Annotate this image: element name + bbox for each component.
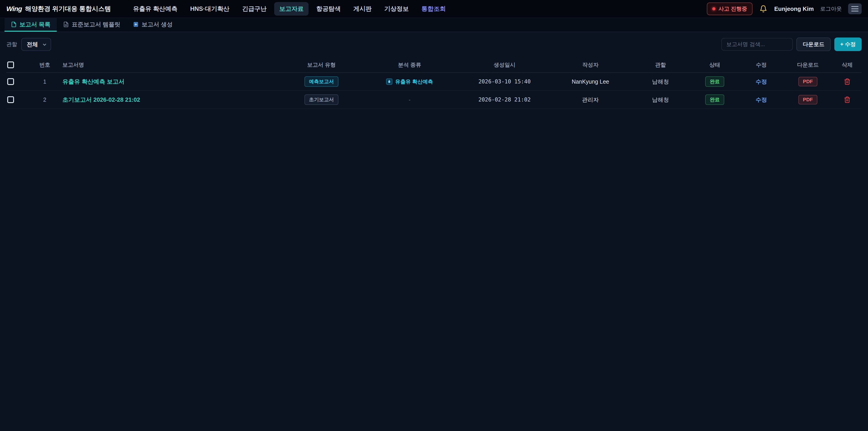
- delete-trash-icon[interactable]: [844, 96, 850, 103]
- pdf-download-button[interactable]: PDF: [798, 95, 817, 104]
- pdf-download-button[interactable]: PDF: [798, 77, 817, 86]
- incident-badge-label: 사고 진행중: [719, 5, 747, 12]
- row-number: 2: [43, 96, 46, 103]
- nav-item-integrated-search[interactable]: 통합조회: [416, 2, 451, 16]
- table-header-row: 번호 보고서명 보고서 유형 분석 종류 생성일시 작성자 관할 상태 수정 다…: [6, 57, 862, 73]
- created-datetime: 2026-03-10 15:40: [478, 79, 530, 85]
- nav-item-reports[interactable]: 보고자료: [274, 2, 309, 16]
- header-analysis: 분석 종류: [360, 61, 459, 68]
- filter-bar: 관할 전체 다운로드 + 수정: [0, 32, 868, 56]
- create-document-icon: [133, 22, 139, 27]
- analysis-type-empty: -: [409, 96, 410, 103]
- jurisdiction-select[interactable]: 전체: [21, 38, 51, 51]
- nav-item-aerial-search[interactable]: 항공탐색: [311, 2, 346, 16]
- delete-trash-icon[interactable]: [844, 78, 850, 85]
- main-nav: 유출유 확산예측 HNS·대기확산 긴급구난 보고자료 항공탐색 게시판 기상정…: [128, 2, 451, 16]
- table-row: 2 초기보고서 2026-02-28 21:02 초기보고서 - 2026-02…: [6, 91, 862, 109]
- topbar-right-cluster: 사고 진행중 Eunjeong Kim 로그아웃: [707, 2, 862, 15]
- report-type-badge: 예측보고서: [305, 76, 338, 87]
- header-name: 보고서명: [60, 61, 283, 68]
- analysis-type-label: 유출유 확산예측: [395, 78, 433, 85]
- header-no: 번호: [30, 61, 60, 68]
- jurisdiction-value: 남해청: [652, 78, 669, 86]
- report-name-link[interactable]: 유출유 확산예측 보고서: [62, 78, 124, 86]
- report-name-link[interactable]: 초기보고서 2026-02-28 21:02: [62, 96, 140, 104]
- header-jurisdiction: 관할: [631, 61, 690, 68]
- edit-link[interactable]: 수정: [756, 78, 767, 86]
- nav-item-oil-spill[interactable]: 유출유 확산예측: [128, 2, 183, 16]
- notification-bell-icon[interactable]: [759, 4, 768, 13]
- incident-status-badge[interactable]: 사고 진행중: [707, 2, 753, 15]
- header-created: 생성일시: [459, 61, 550, 68]
- jurisdiction-selected-value: 전체: [27, 41, 38, 48]
- analysis-type[interactable]: 유출유 확산예측: [386, 78, 433, 85]
- tab-report-list[interactable]: 보고서 목록: [4, 18, 57, 32]
- row-number: 1: [43, 79, 46, 85]
- author-name: NanKyung Lee: [572, 79, 609, 85]
- status-badge: 완료: [705, 76, 724, 87]
- tab-create-report[interactable]: 보고서 생성: [127, 18, 179, 32]
- report-search-input[interactable]: [721, 38, 793, 51]
- author-name: 관리자: [582, 96, 599, 103]
- header-edit: 수정: [740, 61, 783, 68]
- report-type-badge: 초기보고서: [305, 94, 338, 105]
- top-bar: Wing 해양환경 위기대응 통합시스템 유출유 확산예측 HNS·대기확산 긴…: [0, 0, 868, 18]
- jurisdiction-value: 남해청: [652, 96, 669, 103]
- created-datetime: 2026-02-28 21:02: [478, 96, 530, 103]
- row-checkbox[interactable]: [7, 78, 14, 85]
- template-document-icon: [63, 22, 69, 27]
- brand-text: Wing: [6, 5, 22, 13]
- status-badge: 완료: [705, 94, 724, 105]
- incident-dot-icon: [712, 7, 715, 10]
- nav-item-weather[interactable]: 기상정보: [379, 2, 414, 16]
- oil-spill-analysis-icon: [386, 79, 393, 85]
- chevron-down-icon: [42, 42, 47, 47]
- header-status: 상태: [690, 61, 740, 68]
- header-author: 작성자: [550, 61, 631, 68]
- app-logo[interactable]: Wing 해양환경 위기대응 통합시스템: [6, 4, 111, 13]
- row-checkbox[interactable]: [7, 96, 14, 103]
- header-delete: 삭제: [833, 61, 862, 68]
- filter-right-cluster: 다운로드 + 수정: [721, 37, 862, 51]
- select-all-checkbox[interactable]: [7, 61, 14, 68]
- app-title: 해양환경 위기대응 통합시스템: [25, 4, 111, 13]
- header-type: 보고서 유형: [283, 61, 360, 68]
- report-table: 번호 보고서명 보고서 유형 분석 종류 생성일시 작성자 관할 상태 수정 다…: [0, 56, 868, 109]
- jurisdiction-filter-label: 관할: [6, 41, 17, 48]
- nav-item-hns[interactable]: HNS·대기확산: [185, 2, 235, 16]
- header-download: 다운로드: [783, 61, 833, 68]
- hamburger-menu-icon[interactable]: [848, 3, 862, 14]
- user-name: Eunjeong Kim: [774, 5, 814, 12]
- document-icon: [11, 22, 17, 27]
- edit-link[interactable]: 수정: [756, 96, 767, 103]
- report-tabbar: 보고서 목록 표준보고서 템플릿 보고서 생성: [0, 18, 868, 32]
- download-button[interactable]: 다운로드: [796, 37, 831, 51]
- tab-standard-template[interactable]: 표준보고서 템플릿: [57, 18, 127, 32]
- nav-item-rescue[interactable]: 긴급구난: [237, 2, 272, 16]
- table-row: 1 유출유 확산예측 보고서 예측보고서 유출유 확산예측 2026-03-10…: [6, 73, 862, 91]
- nav-item-board[interactable]: 게시판: [348, 2, 377, 16]
- logout-button[interactable]: 로그아웃: [820, 5, 842, 12]
- primary-action-button[interactable]: + 수정: [834, 37, 862, 51]
